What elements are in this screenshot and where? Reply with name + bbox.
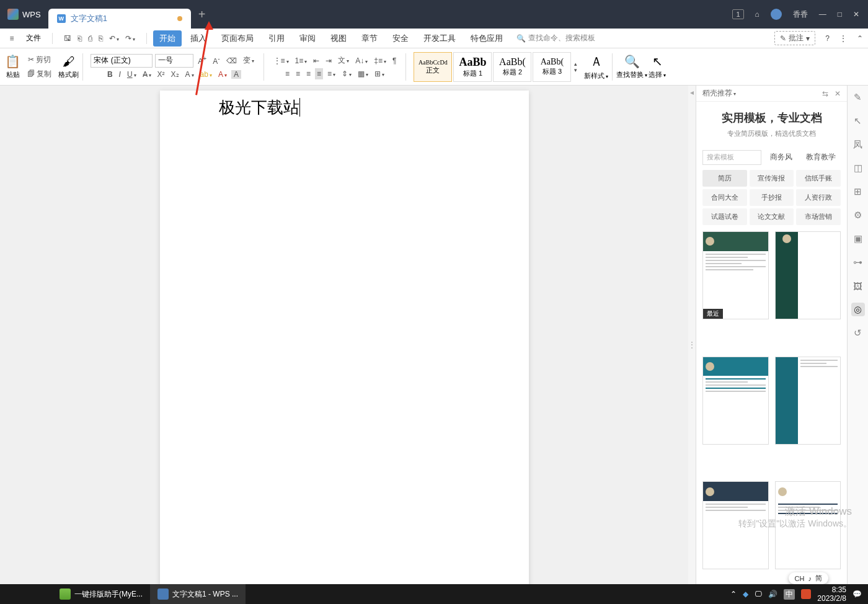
- distribute-icon[interactable]: ≡: [326, 68, 337, 79]
- clock[interactable]: 8:35 2023/2/8: [817, 585, 846, 603]
- text-effects-icon[interactable]: A: [184, 69, 196, 80]
- cat-marketing[interactable]: 市场营销: [796, 208, 841, 225]
- tab-special[interactable]: 特色应用: [464, 30, 509, 47]
- help-icon[interactable]: ?: [825, 34, 830, 43]
- notification-badge[interactable]: 1: [732, 9, 743, 19]
- decrease-font-icon[interactable]: A-: [211, 54, 221, 67]
- rail-settings-icon[interactable]: ⚙: [851, 208, 865, 222]
- phonetic-icon[interactable]: 变: [241, 54, 256, 67]
- copy-button[interactable]: 🗐 复制: [25, 68, 53, 81]
- taskbar-app-2[interactable]: 文字文稿1 - WPS ...: [150, 584, 246, 604]
- template-thumb[interactable]: [775, 231, 841, 319]
- char-shading-icon[interactable]: A: [231, 70, 241, 79]
- cat-exam[interactable]: 试题试卷: [702, 208, 747, 225]
- redo-icon[interactable]: ↷: [125, 34, 135, 43]
- cat-handcopy[interactable]: 手抄报: [750, 189, 794, 206]
- cat-resume[interactable]: 简历: [702, 170, 747, 187]
- align-center-icon[interactable]: ≡: [294, 68, 302, 79]
- rail-gallery-icon[interactable]: 🖼: [851, 279, 865, 293]
- page-content[interactable]: 极光下载站: [160, 91, 529, 125]
- tab-page-layout[interactable]: 页面布局: [215, 30, 260, 47]
- cat-thesis[interactable]: 论文文献: [750, 208, 794, 225]
- tab-insert[interactable]: 插入: [184, 30, 213, 47]
- font-color-icon[interactable]: A: [216, 69, 229, 80]
- new-style-button[interactable]: Ａ 新样式: [584, 53, 608, 81]
- maximize-icon[interactable]: □: [838, 10, 842, 19]
- tab-review[interactable]: 审阅: [293, 30, 322, 47]
- collapse-ribbon-icon[interactable]: ⌃: [857, 34, 863, 43]
- ime-zh-badge[interactable]: 中: [784, 589, 795, 600]
- export-icon[interactable]: ⎘: [99, 34, 103, 43]
- page[interactable]: 极光下载站 ⌐¬: [160, 91, 529, 604]
- font-size-select[interactable]: [155, 54, 193, 68]
- tray-security-icon[interactable]: ◆: [743, 590, 748, 598]
- tray-monitor-icon[interactable]: 🖵: [755, 590, 762, 598]
- template-search-input[interactable]: 搜索模板: [702, 150, 761, 165]
- underline-button[interactable]: U: [125, 69, 138, 80]
- template-thumb[interactable]: [775, 357, 841, 445]
- cat-contract[interactable]: 合同大全: [702, 189, 747, 206]
- borders-icon[interactable]: ⊞: [373, 68, 386, 79]
- ime-indicator[interactable]: CH ♪ 简: [789, 572, 828, 584]
- tab-business[interactable]: 商务风: [765, 149, 797, 165]
- user-avatar-icon[interactable]: [771, 9, 782, 20]
- more-icon[interactable]: ⋮: [839, 34, 847, 43]
- file-menu[interactable]: 文件: [21, 32, 46, 45]
- bold-button[interactable]: B: [105, 69, 115, 80]
- number-list-icon[interactable]: 1≡: [293, 55, 309, 66]
- bullet-list-icon[interactable]: ⋮≡: [272, 55, 291, 66]
- user-name[interactable]: 香香: [793, 9, 808, 20]
- cut-button[interactable]: ✂ 剪切: [26, 53, 53, 66]
- rail-chart-icon[interactable]: ⊶: [851, 255, 865, 269]
- panel-settings-icon[interactable]: ⇆: [822, 89, 828, 98]
- rail-cursor-icon[interactable]: ↖: [851, 114, 865, 128]
- rail-table-icon[interactable]: ⊞: [851, 185, 865, 198]
- decrease-indent-icon[interactable]: ⇤: [311, 55, 321, 66]
- tab-view[interactable]: 视图: [324, 30, 353, 47]
- new-tab-button[interactable]: +: [191, 7, 213, 22]
- shading-icon[interactable]: ▦: [356, 68, 370, 79]
- save-icon[interactable]: 🖫: [64, 34, 71, 43]
- line-spacing-icon[interactable]: ‡≡: [372, 55, 388, 66]
- italic-button[interactable]: I: [117, 69, 123, 80]
- menu-hamburger-icon[interactable]: ≡: [5, 34, 19, 43]
- template-thumb[interactable]: [702, 481, 769, 569]
- panel-title[interactable]: 稻壳推荐: [702, 88, 736, 99]
- strikethrough-button[interactable]: A̶: [141, 69, 153, 80]
- cat-poster[interactable]: 宣传海报: [750, 170, 794, 187]
- feedback-icon[interactable]: ⌂: [755, 10, 760, 19]
- sogou-ime-icon[interactable]: [801, 589, 811, 599]
- style-normal[interactable]: AaBbCcDd 正文: [414, 52, 452, 82]
- template-thumb[interactable]: [702, 357, 769, 445]
- tab-start[interactable]: 开始: [153, 30, 182, 47]
- cat-hr[interactable]: 人资行政: [796, 189, 841, 206]
- style-heading2[interactable]: AaBb( 标题 2: [493, 52, 531, 82]
- increase-font-icon[interactable]: A+: [196, 54, 208, 67]
- superscript-button[interactable]: X²: [156, 69, 167, 80]
- print-preview-icon[interactable]: ⎗: [78, 34, 82, 43]
- minimize-icon[interactable]: —: [819, 10, 826, 19]
- align-left-icon[interactable]: ≡: [283, 68, 291, 79]
- command-search[interactable]: 🔍 查找命令、搜索模板: [516, 33, 595, 43]
- comment-button[interactable]: ✎ 批注 ▾: [774, 31, 815, 45]
- cat-letter[interactable]: 信纸手账: [796, 170, 841, 187]
- rail-styles-icon[interactable]: 凤: [851, 138, 865, 151]
- panel-resize-handle[interactable]: ◂⋮◂: [688, 86, 696, 604]
- document-area[interactable]: 极光下载站 ⌐¬: [0, 86, 688, 604]
- highlight-color-icon[interactable]: ab: [198, 69, 214, 80]
- select-button[interactable]: ↖ 选择: [649, 54, 666, 79]
- tab-education[interactable]: 教育教学: [801, 149, 841, 165]
- rail-edit-icon[interactable]: ✎: [851, 91, 865, 104]
- tray-volume-icon[interactable]: 🔊: [768, 590, 777, 598]
- template-thumb[interactable]: 最近: [702, 231, 769, 319]
- sort-icon[interactable]: A↓: [353, 55, 370, 66]
- rail-templates-icon[interactable]: ◎: [851, 303, 865, 316]
- line-height-icon[interactable]: ⇕: [340, 68, 353, 79]
- clear-format-icon[interactable]: ⌫: [224, 55, 239, 66]
- tab-section[interactable]: 章节: [355, 30, 384, 47]
- rail-shapes-icon[interactable]: ◫: [851, 161, 865, 175]
- paste-button[interactable]: 📋 粘贴: [5, 54, 20, 79]
- increase-indent-icon[interactable]: ⇥: [324, 55, 334, 66]
- document-tab[interactable]: W 文字文稿1: [48, 9, 191, 29]
- tab-references[interactable]: 引用: [262, 30, 291, 47]
